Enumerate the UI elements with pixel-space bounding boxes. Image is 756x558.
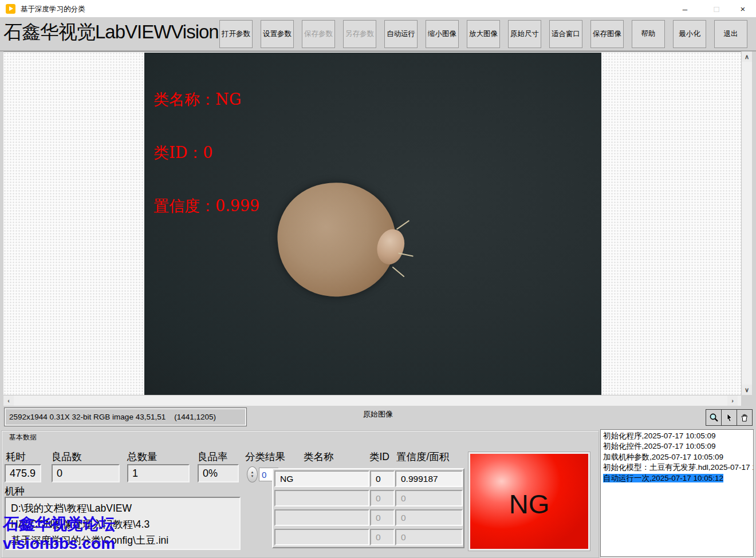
- log-entry[interactable]: 初始化程序,2025-07-17 10:05:09: [603, 431, 753, 441]
- save-image-button[interactable]: 保存图像: [590, 20, 624, 48]
- spin-up-icon[interactable]: ▲: [251, 470, 254, 474]
- log-entry-text: 初始化程序,2025-07-17 10:05:09: [603, 432, 716, 440]
- camera-image[interactable]: 类名称：NG 类ID：0 置信度：0.999: [144, 53, 601, 395]
- elapsed-value: 475.9: [5, 464, 41, 482]
- overlay-class-name: 类名称：NG: [153, 90, 259, 108]
- help-button[interactable]: 帮助: [632, 20, 665, 48]
- zoom-tool-button[interactable]: [706, 409, 722, 426]
- class-name-header: 类名称: [304, 450, 334, 464]
- table-row: 0 0: [274, 509, 463, 526]
- log-entry-text: 初始化控件,2025-07-17 10:05:09: [603, 442, 716, 450]
- basic-data-label: 基本数据: [7, 433, 39, 442]
- log-entry[interactable]: 加载机种参数,2025-07-17 10:05:09: [603, 452, 753, 462]
- good-count-value: 0: [52, 464, 120, 482]
- log-entry-text: 自动运行一次,2025-07-17 10:05:12: [603, 474, 723, 482]
- row-class-id: 0: [370, 529, 395, 545]
- image-viewport[interactable]: 类名称：NG 类ID：0 置信度：0.999: [3, 52, 741, 395]
- original-size-button[interactable]: 原始尺寸: [508, 20, 541, 48]
- window-maximize-button: □: [703, 0, 730, 17]
- labview-app-icon: [6, 4, 15, 14]
- machine-label: 机种: [5, 484, 25, 498]
- toolbar: 石鑫华视觉LabVIEWVision 打开参数 设置参数 保存参数 另存参数 自…: [0, 17, 756, 52]
- zoom-out-image-button[interactable]: 缩小图像: [426, 20, 459, 48]
- fit-window-button[interactable]: 适合窗口: [549, 20, 582, 48]
- yield-rate-value: 0%: [198, 464, 239, 482]
- set-params-button[interactable]: 设置参数: [261, 20, 294, 48]
- window-close-button[interactable]: ×: [730, 0, 756, 17]
- row-confidence: 0: [395, 509, 463, 526]
- titlebar: 基于深度学习的分类 – □ ×: [0, 0, 756, 17]
- save-params-button: 保存参数: [302, 20, 335, 48]
- spin-down-icon[interactable]: ▼: [251, 474, 254, 478]
- zoom-in-image-button[interactable]: 放大图像: [467, 20, 500, 48]
- app-title: 石鑫华视觉LabVIEWVision: [3, 19, 219, 45]
- row-class-id: 0: [370, 509, 395, 526]
- row-class-name: [274, 509, 369, 526]
- log-listbox[interactable]: 初始化程序,2025-07-17 10:05:09 初始化控件,2025-07-…: [600, 429, 754, 557]
- table-row: NG 0 0.999187: [274, 470, 463, 487]
- hand-icon: [740, 413, 749, 422]
- scroll-right-icon[interactable]: ›: [727, 395, 738, 406]
- yield-rate-label: 良品率: [198, 450, 228, 464]
- log-entry[interactable]: 初始化控件,2025-07-17 10:05:09: [603, 441, 753, 452]
- cursor-tool-button[interactable]: [721, 409, 737, 426]
- total-count-label: 总数量: [127, 450, 158, 464]
- log-entry[interactable]: 初始化模型：土豆有无发芽.hdl,2025-07-17 10:05:09: [603, 462, 753, 473]
- minimize-app-button[interactable]: 最小化: [673, 20, 706, 48]
- confidence-header: 置信度/面积: [396, 450, 449, 464]
- result-indicator-text: NG: [509, 488, 550, 520]
- open-params-button[interactable]: 打开参数: [219, 20, 253, 48]
- overlay-class-id: 类ID：0: [153, 144, 259, 161]
- image-tool-palette: [706, 409, 753, 426]
- classification-label: 分类结果: [245, 450, 285, 464]
- row-class-name: [274, 490, 369, 506]
- magnifier-icon: [709, 413, 719, 422]
- save-as-params-button: 另存参数: [343, 20, 376, 48]
- result-overlay: 类名称：NG 类ID：0 置信度：0.999: [153, 55, 259, 250]
- result-index-spinner[interactable]: ▲ ▼: [247, 466, 258, 482]
- exit-button[interactable]: 退出: [714, 20, 747, 48]
- good-count-label: 良品数: [52, 450, 82, 464]
- row-confidence: 0: [395, 529, 463, 545]
- row-confidence: 0: [395, 490, 463, 506]
- overlay-confidence: 置信度：0.999: [153, 197, 259, 215]
- horizontal-scrollbar[interactable]: ‹ ›: [3, 395, 741, 406]
- table-row: 0 0: [274, 529, 463, 545]
- auto-run-button[interactable]: 自动运行: [384, 20, 418, 48]
- cursor-icon: [725, 413, 734, 422]
- class-id-header: 类ID: [369, 450, 389, 464]
- potato-sprig: [392, 267, 405, 278]
- window-minimize-button[interactable]: –: [672, 0, 698, 17]
- row-class-id: 0: [370, 470, 395, 487]
- elapsed-label: 耗时: [6, 450, 26, 464]
- row-confidence: 0.999187: [395, 470, 463, 487]
- classification-table: NG 0 0.999187 0 0 0 0 0 0: [272, 468, 464, 548]
- log-entry-text: 初始化模型：土豆有无发芽.hdl,2025-07-17 10:05:09: [603, 463, 754, 472]
- window-title: 基于深度学习的分类: [21, 5, 85, 14]
- row-class-name: NG: [274, 470, 369, 487]
- vertical-scrollbar[interactable]: ∧ ∨: [741, 52, 752, 395]
- watermark-url-text: visionbbs.com: [3, 535, 115, 553]
- scrollbar-corner: [741, 395, 751, 405]
- log-entry-text: 加载机种参数,2025-07-17 10:05:09: [603, 453, 723, 461]
- scroll-up-icon[interactable]: ∧: [742, 52, 752, 62]
- total-count-value: 1: [127, 464, 190, 482]
- row-class-id: 0: [370, 490, 395, 506]
- pan-tool-button[interactable]: [737, 409, 753, 426]
- view-label: 原始图像: [0, 409, 756, 420]
- result-indicator: NG: [468, 452, 590, 551]
- row-class-name: [274, 529, 369, 545]
- app-window: 基于深度学习的分类 – □ × 石鑫华视觉LabVIEWVision 打开参数 …: [0, 0, 756, 558]
- scroll-down-icon[interactable]: ∨: [742, 385, 752, 395]
- table-row: 0 0: [274, 490, 463, 506]
- watermark-forum-text: 石鑫华视觉论坛: [3, 513, 115, 535]
- log-entry-selected[interactable]: 自动运行一次,2025-07-17 10:05:12: [603, 473, 753, 484]
- scroll-left-icon[interactable]: ‹: [3, 395, 14, 406]
- potato-sprig: [396, 220, 410, 229]
